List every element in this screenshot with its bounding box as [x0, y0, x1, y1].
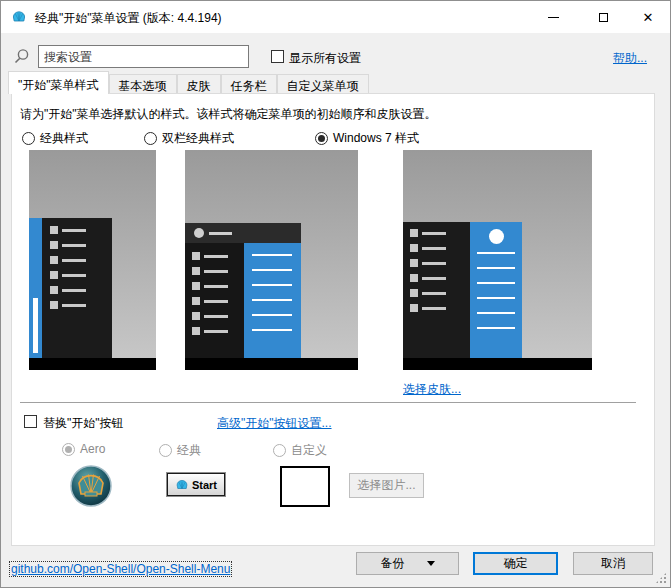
preview-taskbar	[403, 358, 592, 370]
preview-taskbar	[185, 358, 358, 370]
preview-taskbar	[29, 358, 156, 370]
radio-aero-circle	[62, 443, 75, 456]
tab-basic-settings[interactable]: 基本选项	[109, 74, 177, 94]
select-skin-link[interactable]: 选择皮肤...	[403, 381, 461, 398]
dropdown-arrow-icon	[427, 561, 435, 566]
page-description: 请为"开始"菜单选择默认的样式。该样式将确定菜单项的初始顺序和皮肤设置。	[20, 106, 437, 123]
search-icon	[13, 48, 30, 65]
backup-button[interactable]: 备份	[356, 552, 459, 575]
radio-windows7-style-label: Windows 7 样式	[333, 130, 419, 147]
aero-shell-button-icon	[70, 465, 112, 507]
radio-two-column-style-label: 双栏经典样式	[162, 130, 234, 147]
close-button[interactable]: ✕	[628, 1, 668, 33]
separator	[20, 402, 636, 403]
radio-classic-button-label: 经典	[177, 442, 201, 459]
radio-classic-style-circle[interactable]	[22, 132, 35, 145]
preview-avatar-dot	[489, 229, 504, 244]
preview-header-bar	[185, 223, 301, 243]
github-link[interactable]: github.com/Open-Shell/Open-Shell-Menu	[9, 561, 232, 577]
radio-two-column-style[interactable]: 双栏经典样式	[144, 130, 234, 147]
preview-left-column	[403, 222, 470, 358]
preview-right-column	[470, 222, 522, 358]
preview-blue-lines	[477, 252, 515, 329]
ok-button[interactable]: 确定	[473, 552, 558, 575]
tab-skin[interactable]: 皮肤	[177, 74, 221, 94]
maximize-icon	[599, 13, 608, 22]
preview-windows7-style	[403, 150, 592, 370]
radio-custom-button: 自定义	[273, 442, 327, 459]
advanced-start-button-link[interactable]: 高级"开始"按钮设置...	[217, 415, 332, 432]
replace-start-button-label: 替换"开始"按钮	[43, 415, 124, 432]
radio-windows7-style[interactable]: Windows 7 样式	[315, 130, 419, 147]
minimize-button[interactable]	[533, 1, 573, 33]
maximize-button[interactable]	[583, 1, 623, 33]
preview-right-column	[244, 243, 301, 358]
start-button-text: Start	[192, 479, 217, 491]
resize-grip[interactable]	[655, 572, 667, 584]
preview-banner-text-bar	[33, 298, 38, 353]
preview-header-line	[209, 232, 232, 235]
preview-classic-style	[29, 150, 156, 370]
tab-bar: "开始"菜单样式 基本选项 皮肤 任务栏 自定义菜单项	[8, 71, 369, 94]
start-shell-icon	[175, 479, 189, 491]
preview-menu-items	[410, 229, 446, 312]
preview-sidebar-banner	[29, 218, 42, 358]
tab-taskbar[interactable]: 任务栏	[221, 74, 277, 94]
preview-menu-panel	[42, 218, 112, 358]
minimize-icon	[548, 17, 559, 18]
replace-start-button-checkbox[interactable]	[24, 415, 37, 428]
preview-two-column-style	[185, 150, 358, 370]
preview-blue-lines	[252, 254, 292, 331]
cancel-button[interactable]: 取消	[573, 552, 653, 575]
preview-menu-items	[192, 252, 228, 335]
radio-classic-style[interactable]: 经典样式	[22, 130, 88, 147]
tab-start-menu-style[interactable]: "开始"菜单样式	[8, 71, 109, 94]
custom-image-box	[280, 466, 330, 507]
show-all-settings-checkbox[interactable]	[271, 50, 284, 63]
preview-menu-items	[50, 226, 86, 309]
radio-windows7-style-circle[interactable]	[315, 132, 328, 145]
classic-start-button-preview: Start	[167, 473, 225, 496]
radio-aero-label: Aero	[80, 442, 105, 456]
help-link[interactable]: 帮助...	[613, 50, 647, 67]
radio-aero: Aero	[62, 442, 105, 456]
radio-custom-button-circle	[273, 444, 286, 457]
close-icon: ✕	[643, 11, 654, 24]
tab-custom-menu-items[interactable]: 自定义菜单项	[277, 74, 369, 94]
pick-image-button: 选择图片...	[349, 473, 424, 498]
radio-two-column-style-circle[interactable]	[144, 132, 157, 145]
app-shell-icon	[11, 9, 27, 25]
preview-avatar-dot	[194, 228, 204, 238]
search-input[interactable]	[38, 45, 249, 68]
title-bar: 经典"开始"菜单设置 (版本: 4.4.194) ✕	[1, 1, 670, 33]
show-all-settings-label: 显示所有设置	[289, 50, 361, 67]
backup-button-label: 备份	[381, 555, 405, 572]
window-title: 经典"开始"菜单设置 (版本: 4.4.194)	[35, 10, 222, 27]
radio-custom-button-label: 自定义	[291, 442, 327, 459]
radio-classic-button: 经典	[159, 442, 201, 459]
settings-window: 经典"开始"菜单设置 (版本: 4.4.194) ✕ 显示所有设置 帮助... …	[0, 0, 671, 588]
radio-classic-button-circle	[159, 444, 172, 457]
radio-classic-style-label: 经典样式	[40, 130, 88, 147]
preview-left-column	[185, 243, 244, 358]
start-menu-style-page: 请为"开始"菜单选择默认的样式。该样式将确定菜单项的初始顺序和皮肤设置。 经典样…	[11, 93, 655, 546]
